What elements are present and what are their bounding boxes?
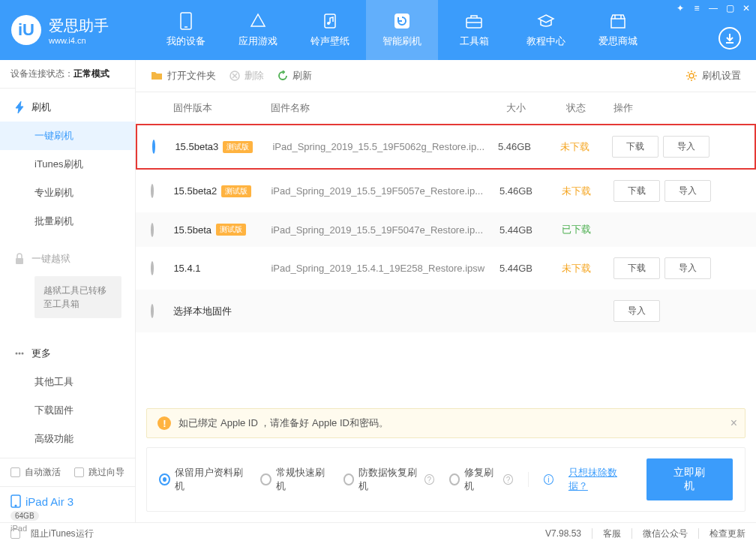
option-label: 防数据恢复刷机 (358, 466, 419, 493)
refresh-icon (393, 12, 411, 30)
help-icon[interactable]: ? (503, 474, 513, 485)
topnav: 我的设备 应用游戏 铃声壁纸 智能刷机 工具箱 教程中心 爱思商城 (150, 0, 756, 60)
sidebar-more-section: 更多 其他工具 下载固件 高级功能 (0, 335, 135, 458)
option-radio[interactable] (449, 473, 460, 485)
nav-ringtones[interactable]: 铃声壁纸 (294, 0, 366, 60)
table-row[interactable]: 选择本地固件 导入 (136, 290, 756, 332)
row-size: 5.46GB (484, 141, 544, 152)
sidebar-jailbreak-header[interactable]: 一键越狱 (0, 245, 135, 273)
flash-option[interactable]: 保留用户资料刷机 (159, 466, 244, 493)
sidebar-item-itunes[interactable]: iTunes刷机 (0, 150, 135, 179)
flash-options: 保留用户资料刷机 常规快速刷机 防数据恢复刷机 ? 修复刷机 ? (159, 466, 513, 493)
row-status: 已下载 (546, 223, 606, 236)
sidebar-jailbreak-section: 一键越狱 越狱工具已转移至工具箱 (0, 240, 135, 326)
close-notice-button[interactable]: × (730, 416, 737, 430)
skip-guide-checkbox[interactable] (74, 467, 84, 477)
erase-link[interactable]: 只想抹除数据？ (568, 466, 632, 493)
nav-flash[interactable]: 智能刷机 (366, 0, 438, 60)
row-actions: 导入 (606, 300, 741, 322)
sidebar-item-pro[interactable]: 专业刷机 (0, 179, 135, 207)
wechat-link[interactable]: 微信公众号 (643, 527, 688, 540)
sidebar-item-firmware[interactable]: 下载固件 (0, 396, 135, 425)
flash-option[interactable]: 修复刷机 ? (449, 466, 513, 493)
refresh-small-icon (278, 71, 288, 81)
col-status: 状态 (546, 101, 606, 115)
sidebar-more-header[interactable]: 更多 (0, 339, 135, 368)
downloads-button[interactable] (718, 27, 741, 50)
version-label: V7.98.53 (545, 528, 581, 539)
flash-option[interactable]: 防数据恢复刷机 ? (344, 466, 434, 493)
row-radio[interactable] (152, 140, 155, 154)
brand-name: 爱思助手 (49, 16, 109, 36)
block-itunes-checkbox[interactable] (10, 529, 20, 539)
option-radio[interactable] (159, 473, 170, 485)
brand-url: www.i4.cn (49, 36, 109, 45)
download-button[interactable]: 下载 (614, 257, 660, 279)
store-icon (609, 12, 627, 30)
logo-text: 爱思助手 www.i4.cn (49, 16, 109, 45)
close-icon[interactable]: ✕ (741, 3, 752, 14)
nav-store[interactable]: 爱思商城 (582, 0, 654, 60)
refresh-button[interactable]: 刷新 (278, 69, 312, 83)
beta-tag: 测试版 (223, 141, 253, 153)
header: iU 爱思助手 www.i4.cn 我的设备 应用游戏 铃声壁纸 智能刷机 工具… (0, 0, 756, 60)
row-filename: iPad_Spring_2019_15.4.1_19E258_Restore.i… (271, 263, 486, 274)
list-icon[interactable]: ≡ (692, 3, 702, 14)
nav-my-device[interactable]: 我的设备 (150, 0, 222, 60)
row-radio[interactable] (151, 304, 154, 318)
table-row[interactable]: 15.5beta测试版 iPad_Spring_2019_15.5_19F504… (136, 212, 756, 247)
flash-settings-button[interactable]: 刷机设置 (686, 69, 741, 83)
open-folder-button[interactable]: 打开文件夹 (151, 69, 216, 83)
sidebar-item-advanced[interactable]: 高级功能 (0, 425, 135, 453)
action-bar: 保留用户资料刷机 常规快速刷机 防数据恢复刷机 ? 修复刷机 ? i 只想抹除数… (146, 447, 746, 512)
sidebar-item-other-tools[interactable]: 其他工具 (0, 368, 135, 396)
row-radio[interactable] (151, 223, 154, 237)
minimize-icon[interactable]: — (708, 3, 718, 14)
flash-option[interactable]: 常规快速刷机 (260, 466, 328, 493)
download-button[interactable]: 下载 (612, 136, 658, 158)
row-radio[interactable] (151, 261, 154, 275)
row-radio[interactable] (151, 184, 154, 198)
update-link[interactable]: 检查更新 (710, 527, 746, 540)
import-button[interactable]: 导入 (663, 136, 710, 158)
info-icon: i (544, 474, 554, 485)
more-icon (14, 347, 26, 359)
row-status: 未下载 (546, 262, 606, 275)
device-capacity: 64GB (10, 511, 39, 521)
row-actions: 下载导入 (606, 257, 741, 279)
block-itunes-label: 阻止iTunes运行 (31, 527, 94, 540)
sidebar-item-batch[interactable]: 批量刷机 (0, 207, 135, 236)
download-button[interactable]: 下载 (614, 180, 660, 202)
auto-activate-checkbox[interactable] (10, 467, 20, 477)
import-button[interactable]: 导入 (664, 180, 711, 202)
toolbar: 打开文件夹 删除 刷新 刷机设置 (136, 60, 756, 92)
support-link[interactable]: 客服 (603, 527, 621, 540)
sidebar-item-oneclick[interactable]: 一键刷机 (0, 122, 135, 150)
nav-tutorials[interactable]: 教程中心 (510, 0, 582, 60)
warning-icon: ! (158, 416, 171, 430)
table-row[interactable]: 15.5beta2测试版 iPad_Spring_2019_15.5_19F50… (136, 170, 756, 212)
notice-text: 如已绑定 Apple ID ，请准备好 Apple ID和密码。 (178, 416, 388, 430)
flash-icon (14, 101, 26, 113)
help-icon[interactable]: ? (424, 474, 434, 485)
row-size: 5.46GB (486, 185, 546, 197)
option-radio[interactable] (344, 473, 355, 485)
import-button[interactable]: 导入 (614, 300, 660, 322)
logo-badge: iU (11, 15, 41, 45)
flash-now-button[interactable]: 立即刷机 (646, 458, 733, 500)
option-label: 保留用户资料刷机 (175, 466, 245, 493)
nav-apps[interactable]: 应用游戏 (222, 0, 294, 60)
import-button[interactable]: 导入 (664, 257, 711, 279)
table-row[interactable]: 15.5beta3测试版 iPad_Spring_2019_15.5_19F50… (136, 124, 756, 170)
sidebar-flash-header[interactable]: 刷机 (0, 93, 135, 122)
row-version: 15.5beta3测试版 (175, 141, 272, 153)
col-version: 固件版本 (173, 101, 271, 115)
delete-button[interactable]: 删除 (230, 69, 264, 83)
nav-toolbox[interactable]: 工具箱 (438, 0, 510, 60)
menu-icon[interactable]: ✦ (675, 3, 686, 14)
table-row[interactable]: 15.4.1 iPad_Spring_2019_15.4.1_19E258_Re… (136, 247, 756, 290)
maximize-icon[interactable]: ▢ (724, 3, 735, 14)
main: 打开文件夹 删除 刷新 刷机设置 固件版本 固件名称 大小 状态 操作 (136, 60, 756, 522)
svg-point-18 (689, 74, 694, 78)
option-radio[interactable] (260, 473, 272, 485)
